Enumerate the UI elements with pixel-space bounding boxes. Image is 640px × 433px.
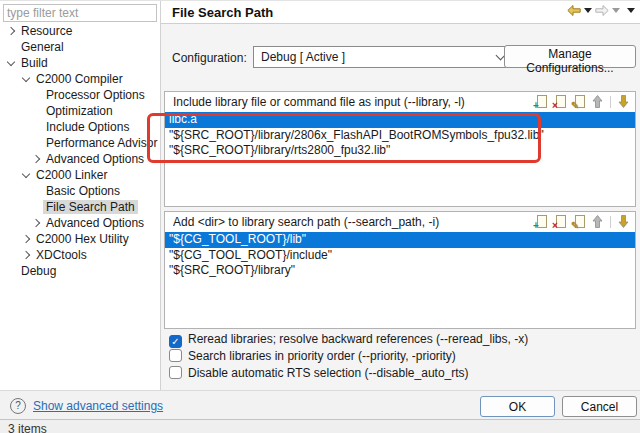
edit-icon[interactable]: ✎ (571, 215, 586, 229)
tree-item-label: Basic Options (43, 184, 123, 198)
include-library-list: libc.a"${SRC_ROOT}/library/2806x_FlashAP… (165, 112, 635, 159)
tree-item-file-search-path[interactable]: File Search Path (0, 199, 160, 215)
checkbox-label: Reread libraries; resolve backward refer… (188, 332, 528, 346)
forward-icon[interactable] (595, 5, 609, 16)
tree-item-debug[interactable]: Debug (0, 263, 160, 279)
chevron-right-icon[interactable] (31, 151, 43, 167)
tree-item-build[interactable]: Build (0, 55, 160, 71)
include-library-list-item[interactable]: "${SRC_ROOT}/library/rts2800_fpu32.lib" (165, 143, 635, 159)
tree-item-advanced-options[interactable]: Advanced Options (0, 151, 160, 167)
cancel-button[interactable]: Cancel (562, 396, 637, 417)
include-library-list-item[interactable]: libc.a (165, 112, 635, 128)
configuration-label: Configuration: (172, 51, 247, 65)
tree-spacer (31, 183, 43, 199)
show-advanced-settings-link[interactable]: Show advanced settings (33, 399, 163, 413)
delete-icon[interactable]: × (552, 215, 567, 229)
library-search-path-group: Add <dir> to library search path (--sear… (164, 211, 636, 329)
chevron-down-icon[interactable] (6, 55, 18, 71)
ok-button[interactable]: OK (480, 396, 555, 417)
checkbox-label: Search libraries in priority order (--pr… (188, 349, 456, 363)
tree-item-optimization[interactable]: Optimization (0, 103, 160, 119)
add-icon[interactable]: + (533, 215, 548, 229)
include-library-group: Include library file or command file as … (164, 91, 636, 207)
sidebar: ResourceGeneralBuildC2000 CompilerProces… (0, 1, 160, 390)
priority-order-checkbox[interactable] (169, 349, 182, 362)
search-path-list-item[interactable]: "${CG_TOOL_ROOT}/lib" (165, 232, 635, 248)
library-search-path-header: Add <dir> to library search path (--sear… (165, 212, 635, 232)
linker-option-checkboxes: ✓Reread libraries; resolve backward refe… (169, 331, 528, 382)
tree-item-label: Advanced Options (43, 216, 147, 230)
chevron-right-icon[interactable] (21, 247, 33, 263)
move-up-icon[interactable] (590, 95, 605, 109)
tree-item-label: Include Options (43, 120, 132, 134)
add-icon[interactable]: + (533, 95, 548, 109)
configuration-value: Debug [ Active ] (261, 50, 345, 64)
move-up-icon[interactable] (590, 215, 605, 229)
checkbox-label: Disable automatic RTS selection (--disab… (188, 366, 469, 380)
tree-spacer (31, 199, 43, 215)
tree-item-label: File Search Path (43, 200, 138, 214)
tree-item-label: Build (18, 56, 51, 70)
disable-auto-rts-checkbox[interactable] (169, 366, 182, 379)
chevron-right-icon[interactable] (6, 23, 18, 39)
include-library-toolbar: +×✎ (533, 95, 631, 109)
tree-item-label: C2000 Compiler (33, 72, 126, 86)
tree-item-c2000-hex-utility[interactable]: C2000 Hex Utility (0, 231, 160, 247)
chevron-right-icon[interactable] (31, 215, 43, 231)
delete-icon[interactable]: × (552, 95, 567, 109)
tree-item-label: Performance Advisor (43, 136, 160, 150)
tree-spacer (31, 119, 43, 135)
main-panel: File Search Path Configuration: Debug [ … (161, 1, 640, 390)
include-library-list-item[interactable]: "${SRC_ROOT}/library/2806x_FlashAPI_Boot… (165, 128, 635, 144)
tree-item-c2000-compiler[interactable]: C2000 Compiler (0, 71, 160, 87)
toolbar-separator (610, 96, 611, 108)
tree-spacer (31, 87, 43, 103)
chevron-down-icon[interactable] (21, 71, 33, 87)
forward-history-menu-icon[interactable] (612, 8, 620, 13)
toolbar-separator (610, 216, 611, 228)
tree-item-label: Optimization (43, 104, 116, 118)
search-path-list-item[interactable]: "${SRC_ROOT}/library" (165, 263, 635, 279)
tree-item-label: Advanced Options (43, 152, 147, 166)
back-history-menu-icon[interactable] (584, 8, 592, 13)
tree-item-resource[interactable]: Resource (0, 23, 160, 39)
tree-item-processor-options[interactable]: Processor Options (0, 87, 160, 103)
move-down-icon[interactable] (616, 95, 631, 109)
checkbox-row[interactable]: Disable automatic RTS selection (--disab… (169, 365, 528, 382)
help-icon[interactable]: ? (10, 398, 26, 414)
tree-item-c2000-linker[interactable]: C2000 Linker (0, 167, 160, 183)
tree-item-label: Processor Options (43, 88, 148, 102)
search-path-list-item[interactable]: "${CG_TOOL_ROOT}/include" (165, 248, 635, 264)
tree-item-label: C2000 Hex Utility (33, 232, 132, 246)
tree-item-basic-options[interactable]: Basic Options (0, 183, 160, 199)
move-down-icon[interactable] (616, 215, 631, 229)
tree-item-include-options[interactable]: Include Options (0, 119, 160, 135)
view-menu-icon[interactable] (627, 8, 635, 13)
checkbox-row[interactable]: Search libraries in priority order (--pr… (169, 348, 528, 365)
tree-item-performance-advisor[interactable]: Performance Advisor (0, 135, 160, 151)
filter-input[interactable] (3, 4, 157, 22)
tree-item-label: General (18, 40, 67, 54)
tree-item-advanced-options[interactable]: Advanced Options (0, 215, 160, 231)
tree-item-label: C2000 Linker (33, 168, 110, 182)
configuration-select[interactable]: Debug [ Active ] (253, 46, 512, 68)
tree-spacer (6, 263, 18, 279)
library-search-path-list: "${CG_TOOL_ROOT}/lib""${CG_TOOL_ROOT}/in… (165, 232, 635, 279)
page-title: File Search Path (172, 5, 273, 20)
title-bar: File Search Path (161, 1, 640, 24)
back-icon[interactable] (567, 5, 581, 16)
chevron-right-icon[interactable] (21, 231, 33, 247)
bottom-button-bar: ? Show advanced settings OK Cancel (0, 390, 640, 420)
tree-item-general[interactable]: General (0, 39, 160, 55)
chevron-down-icon[interactable] (21, 167, 33, 183)
status-bar-text: 3 items (8, 422, 47, 433)
tree-item-label: Resource (18, 24, 75, 38)
tree-spacer (31, 135, 43, 151)
properties-tree: ResourceGeneralBuildC2000 CompilerProces… (0, 23, 160, 279)
tree-item-xdctools[interactable]: XDCtools (0, 247, 160, 263)
manage-configurations-button[interactable]: Manage Configurations... (504, 45, 636, 68)
reread-libraries-checkbox[interactable]: ✓ (169, 335, 182, 348)
tree-item-label: Debug (18, 264, 59, 278)
checkbox-row[interactable]: ✓Reread libraries; resolve backward refe… (169, 331, 528, 348)
edit-icon[interactable]: ✎ (571, 95, 586, 109)
